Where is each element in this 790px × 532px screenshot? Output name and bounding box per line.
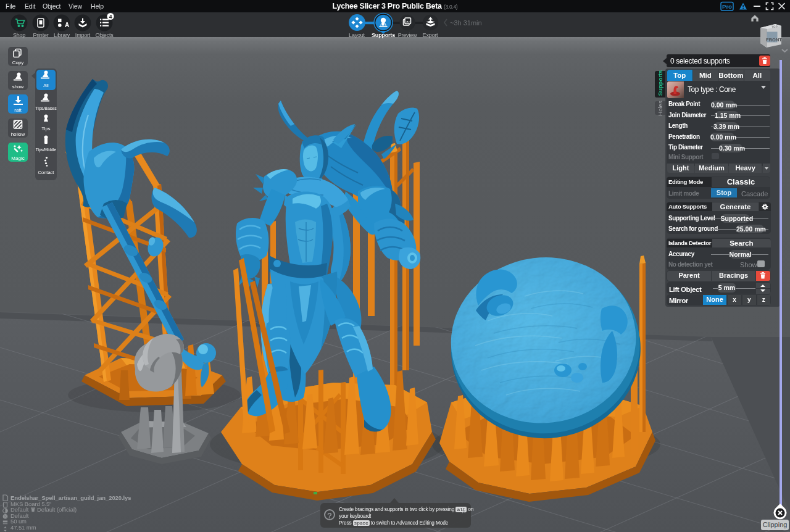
svg-text:4: 4 xyxy=(109,14,112,20)
svg-text:Pro: Pro xyxy=(722,3,732,10)
svg-text:~3h 31min: ~3h 31min xyxy=(450,19,482,27)
svg-text:Contact: Contact xyxy=(38,170,55,175)
svg-text:Tips: Tips xyxy=(42,126,51,131)
svg-text:47.51 mm: 47.51 mm xyxy=(10,524,36,531)
svg-text:FRONT: FRONT xyxy=(766,37,782,43)
svg-text:Tips/Middle: Tips/Middle xyxy=(36,148,57,152)
svg-text:Default (official): Default (official) xyxy=(37,506,77,513)
svg-text:A: A xyxy=(65,22,69,28)
svg-text:Tips/Bases: Tips/Bases xyxy=(35,106,57,111)
svg-text:All: All xyxy=(43,83,49,88)
svg-text:TOP: TOP xyxy=(771,25,778,29)
